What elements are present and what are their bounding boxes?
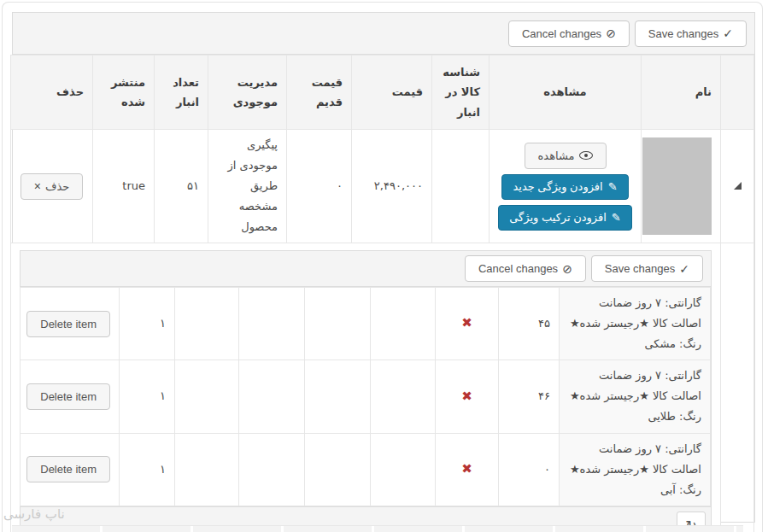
quantity-cell: ۱ [120,360,175,433]
empty-cell [371,360,436,433]
combination-row: گارانتی: ۷ روز ضمانت اصالت کالا ★رجیستر … [21,360,711,433]
save-changes-button[interactable]: Save changes ✓ [635,20,747,47]
delete-item-button[interactable]: Delete item [26,456,110,482]
combinations-toolbar: Save changes ✓ Cancel changes ⊘ [21,251,711,287]
header-view: مشاهده [490,56,642,130]
header-price: قیمت [352,56,432,130]
header-delete: حذف [11,56,93,130]
value-cell: ۴۵ [499,288,560,360]
watermark: ناپ فارسی [3,506,65,522]
product-image-placeholder [642,137,712,235]
cancel-icon: ⊘ [606,27,616,39]
delete-item-cell: Delete item [21,360,120,433]
cancel-changes-label: Cancel changes [522,27,601,40]
product-table: نام مشاهده شناسه کالا در انبار قیمت قیمت… [10,55,754,532]
view-cell: مشاهده ✎ افزودن ویژگی جدید ✎ افزودن ترکی… [490,130,642,243]
product-grid: Save changes ✓ Cancel changes ⊘ نام مشاه… [12,12,755,523]
false-icon: ✖ [461,315,472,330]
empty-cell [239,288,305,360]
header-published: منتشر شده [93,56,155,130]
cropped-next-section [12,525,743,532]
hierarchy-cell[interactable] [721,130,754,243]
delete-item-label: Delete item [40,318,97,330]
empty-cell [305,360,371,433]
header-sku-warehouse: شناسه کالا در انبار [432,56,490,130]
hierarchy-detail-cell [721,243,754,532]
pencil-icon: ✎ [612,211,621,224]
quantity-cell: ۱ [120,433,175,506]
save-changes-label: Save changes [648,27,718,40]
header-stock: تعداد انبار [155,56,208,130]
published-cell: true [93,130,155,243]
add-combination-label: افزودن ترکیب ویژگی [509,211,607,224]
product-image-cell [642,130,721,243]
false-icon: ✖ [461,461,472,476]
false-icon: ✖ [461,389,472,404]
combination-row: گارانتی: ۷ روز ضمانت اصالت کالا ★رجیستر … [21,433,711,506]
empty-cell [371,433,436,506]
check-icon: ✓ [679,263,689,275]
delete-cell: حذف × [11,130,93,243]
combinations-grid: Save changes ✓ Cancel changes ⊘ [20,250,712,532]
view-button-label: مشاهده [538,149,575,162]
main-grid-toolbar: Save changes ✓ Cancel changes ⊘ [13,13,754,55]
close-icon: × [34,180,41,192]
delete-product-button[interactable]: حذف × [21,173,84,200]
delete-item-button[interactable]: Delete item [26,311,110,337]
value-cell: ۰ [499,433,560,506]
delete-product-label: حذف [45,180,69,193]
nested-save-changes-button[interactable]: Save changes ✓ [591,255,703,282]
add-attribute-label: افزودن ویژگی جدید [513,180,602,193]
collapse-icon[interactable] [734,182,742,190]
add-combination-button[interactable]: ✎ افزودن ترکیب ویژگی [498,205,632,231]
empty-cell [239,433,305,506]
delete-item-cell: Delete item [21,433,120,506]
quantity-cell: ۱ [120,288,175,360]
empty-cell [175,288,239,360]
empty-cell [175,360,239,433]
nested-cancel-changes-button[interactable]: Cancel changes ⊘ [465,255,586,282]
header-row: نام مشاهده شناسه کالا در انبار قیمت قیمت… [11,56,754,130]
inventory-method-cell: پیگیری موجودی از طریق مشخصه محصول [208,130,287,243]
header-name: نام [642,56,721,130]
delete-item-label: Delete item [40,463,97,476]
old-price-cell: ۰ [287,130,352,243]
nested-cancel-changes-label: Cancel changes [478,262,558,275]
view-button[interactable]: مشاهده [525,143,607,169]
cancel-icon: ⊘ [562,263,572,275]
check-icon: ✓ [723,27,733,39]
delete-item-cell: Delete item [21,288,120,360]
value-cell: ۴۶ [499,360,560,433]
page: Save changes ✓ Cancel changes ⊘ نام مشاه… [0,0,768,532]
boolean-cell: ✖ [436,288,499,360]
attributes-cell: گارانتی: ۷ روز ضمانت اصالت کالا ★رجیستر … [560,288,711,360]
combination-row: گارانتی: ۷ روز ضمانت اصالت کالا ★رجیستر … [21,288,711,360]
pencil-icon: ✎ [608,180,618,193]
boolean-cell: ✖ [436,360,499,433]
empty-cell [305,288,371,360]
cancel-changes-button[interactable]: Cancel changes ⊘ [508,20,630,47]
price-cell: ۲,۴۹۰,۰۰۰ [352,130,432,243]
nested-save-changes-label: Save changes [605,262,675,275]
header-hierarchy [721,56,754,130]
combinations-table: گارانتی: ۷ روز ضمانت اصالت کالا ★رجیستر … [20,287,711,506]
empty-cell [305,433,371,506]
empty-cell [175,433,239,506]
detail-cell: Save changes ✓ Cancel changes ⊘ [11,243,721,532]
add-attribute-button[interactable]: ✎ افزودن ویژگی جدید [501,174,628,200]
stock-quantity-cell: ۵۱ [155,130,208,243]
empty-cell [371,288,436,360]
product-row: مشاهده ✎ افزودن ویژگی جدید ✎ افزودن ترکی… [11,130,754,243]
header-old-price: قیمت قدیم [287,56,352,130]
delete-item-label: Delete item [40,390,97,403]
attributes-cell: گارانتی: ۷ روز ضمانت اصالت کالا ★رجیستر … [560,360,711,433]
delete-item-button[interactable]: Delete item [26,383,110,410]
empty-cell [239,360,305,433]
boolean-cell: ✖ [436,433,499,506]
detail-row: Save changes ✓ Cancel changes ⊘ [11,243,754,532]
attributes-cell: گارانتی: ۷ روز ضمانت اصالت کالا ★رجیستر … [560,433,711,506]
sku-warehouse-cell [432,130,490,243]
eye-icon [579,151,593,160]
header-inventory: مدیریت موجودی [208,56,287,130]
